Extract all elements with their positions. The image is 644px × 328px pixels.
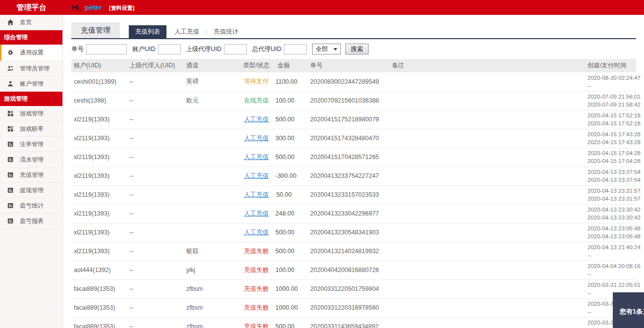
cell-channel	[183, 185, 237, 204]
sidebar-item-label: 盈亏报表	[20, 217, 44, 225]
table-row: xl2119(1393) -- 人工充值 248.00 202004132330…	[71, 204, 636, 223]
sidebar-item-recharge-management[interactable]: 充值管理	[0, 167, 62, 183]
cell-account: ceshi(1398)	[71, 91, 126, 110]
col-amount: 金额	[272, 59, 307, 72]
list-icon	[6, 202, 14, 210]
sidebar-item-label: 游戏赔率	[20, 125, 44, 133]
sidebar-section-label: 游戏管理	[4, 95, 28, 102]
sidebar-item-account-management[interactable]: 账户管理	[0, 76, 62, 92]
cell-channel: zfbsm	[183, 279, 237, 298]
status-badge[interactable]: 人工充值	[244, 210, 269, 217]
account-uid-label: 账户UID	[132, 45, 156, 54]
cell-account: xl2119(1393)	[71, 129, 126, 148]
sidebar-item-home[interactable]: 首页	[0, 15, 62, 30]
cell-parent-agent: --	[126, 148, 183, 166]
cell-account: xl2119(1393)	[71, 223, 126, 242]
paid-time: --	[588, 251, 636, 259]
cell-channel	[183, 129, 237, 148]
created-time: 2020-04-15 17:04:28	[588, 149, 636, 157]
cell-amount: 500.00	[272, 223, 307, 242]
sidebar-section-game-section[interactable]: 游戏管理	[0, 92, 62, 106]
sidebar-item-bet-orders[interactable]: 注单管理	[0, 137, 62, 152]
top-agent-uid-input[interactable]	[284, 44, 307, 55]
tab-recharge-stats[interactable]: 充值统计	[207, 25, 245, 38]
list-icon	[6, 140, 14, 148]
cell-order-no: 20200415170428571265	[307, 148, 388, 166]
sidebar-item-general-settings[interactable]: 通用设置	[0, 45, 62, 61]
sidebar-item-label: 盈亏统计	[20, 202, 44, 210]
col-account: 账户(UID)	[71, 59, 126, 72]
status-badge[interactable]: 人工充值	[244, 116, 269, 123]
sidebar-nav: 首页 综合管理 通用设置 管理员管理 账户管理 游戏管理 游戏管理 游戏赔率 注…	[0, 15, 63, 328]
status-badge[interactable]: 人工充值	[244, 229, 269, 236]
parent-agent-uid-input[interactable]	[224, 44, 247, 55]
col-parent-agent: 上级代理人(UID)	[126, 59, 183, 72]
status-badge[interactable]: 人工充值	[244, 135, 269, 142]
cell-remark	[388, 223, 584, 242]
order-no-input[interactable]	[86, 44, 127, 55]
cell-order-no: 20200413230548341903	[307, 223, 388, 242]
table-row: xl2119(1393) -- 人工充值 500.00 202004132305…	[71, 223, 636, 242]
sidebar-item-turnover-management[interactable]: 流水管理	[0, 152, 62, 167]
sidebar-item-game-odds[interactable]: 游戏赔率	[0, 121, 62, 137]
sidebar-item-admin-management[interactable]: 管理员管理	[0, 61, 62, 76]
cell-amount: 100.00	[272, 91, 307, 110]
tab-bar: 充值管理 充值列表 | 人工充值 | 充值统计	[71, 23, 636, 39]
cell-created-paid-time: 2020-04-13 23:30:42 2020-04-13 23:30:42	[584, 204, 636, 223]
home-icon	[6, 18, 14, 26]
cell-created-paid-time: 2020-04-15 17:04:28 2020-04-15 17:04:28	[584, 148, 636, 166]
sidebar-item-profit-report[interactable]: 盈亏报表	[0, 214, 62, 229]
gear-icon	[6, 49, 14, 56]
filter-bar: 单号 账户UID 上级代理UID 总代理UID 全部 搜索	[71, 44, 636, 55]
cell-amount: 1000.00	[272, 298, 307, 317]
tab-manual-recharge[interactable]: 人工充值	[168, 25, 206, 38]
search-button[interactable]: 搜索	[345, 44, 369, 55]
created-time: 2020-04-13 23:37:54	[588, 168, 636, 176]
table-row: facai889(1353) -- zfbsm 充值失败 1000.00 202…	[71, 279, 636, 298]
paid-time: 2020-04-13 23:31:57	[588, 195, 636, 203]
sidebar-item-game-management[interactable]: 游戏管理	[0, 106, 62, 121]
cell-account: xl2119(1393)	[71, 148, 126, 166]
paid-time: 2020-04-13 23:30:42	[588, 214, 636, 221]
cell-order-no: 20200413214024819932	[307, 242, 388, 261]
recharge-notification-toast[interactable]: 您有1条充值	[613, 292, 644, 328]
sidebar-item-withdraw-management[interactable]: 提现管理	[0, 183, 62, 198]
cell-created-paid-time: 2020-08-30 02:24:47 --	[584, 72, 636, 91]
col-remark: 备注	[388, 59, 584, 72]
table-row: xl2119(1393) -- 人工充值 -300.00 20200413233…	[71, 166, 636, 185]
table-row: ceshi(1398) -- 欧元 在线充值 100.00 2020070921…	[71, 91, 636, 110]
top-bar: 管理平台 Hi, peter [资料设置]	[0, 0, 644, 15]
status-filter-select[interactable]: 全部	[312, 44, 341, 55]
table-header-row: 账户(UID) 上级代理人(UID) 通道 类型/状态 金额 单号 备注 创建/…	[71, 59, 636, 72]
cell-account: xl2119(1393)	[71, 185, 126, 204]
profile-settings-link[interactable]: [资料设置]	[109, 5, 134, 11]
col-type-status: 类型/状态	[237, 59, 272, 72]
cell-channel: 英磅	[183, 72, 237, 91]
status-badge[interactable]: 人工充值	[244, 154, 269, 161]
sidebar-item-profit-stats[interactable]: 盈亏统计	[0, 198, 62, 214]
created-time: 2020-04-15 17:43:28	[588, 130, 636, 138]
account-uid-input[interactable]	[158, 44, 181, 55]
status-badge[interactable]: 人工充值	[244, 191, 269, 198]
cell-parent-agent: --	[126, 279, 183, 298]
created-time: 2020-04-15 17:52:18	[588, 111, 636, 119]
paid-time: 2020-04-15 17:52:18	[588, 119, 636, 127]
table-row: aot444(1392) -- ylkj 充值失败 100.00 2020040…	[71, 261, 636, 279]
recharge-table: 账户(UID) 上级代理人(UID) 通道 类型/状态 金额 单号 备注 创建/…	[71, 59, 636, 328]
status-badge[interactable]: 人工充值	[244, 172, 269, 179]
cell-created-paid-time: 2020-04-15 17:43:28 2020-04-15 17:43:28	[584, 129, 636, 148]
table-row: xl2119(1393) -- 银联 充值失败 500.00 202004132…	[71, 242, 636, 261]
cell-channel	[183, 110, 237, 129]
table-row: facai889(1353) -- zfbsm 充值失败 500.00 2020…	[71, 317, 636, 328]
sidebar-section-general-section[interactable]: 综合管理	[0, 30, 62, 45]
sidebar-item-label: 流水管理	[20, 156, 44, 164]
tab-recharge-list[interactable]: 充值列表	[129, 25, 166, 38]
sidebar-item-label: 账户管理	[20, 80, 44, 88]
created-time: 2020-08-30 02:24:47	[588, 74, 636, 82]
cell-account: aot444(1392)	[71, 261, 126, 279]
order-no-label: 单号	[71, 45, 84, 54]
col-channel: 通道	[183, 59, 237, 72]
cell-amount: 100.00	[272, 261, 307, 279]
cell-created-paid-time: 2020-04-13 23:37:54 2020-04-13 23:37:54	[584, 166, 636, 185]
cell-remark	[388, 129, 584, 148]
